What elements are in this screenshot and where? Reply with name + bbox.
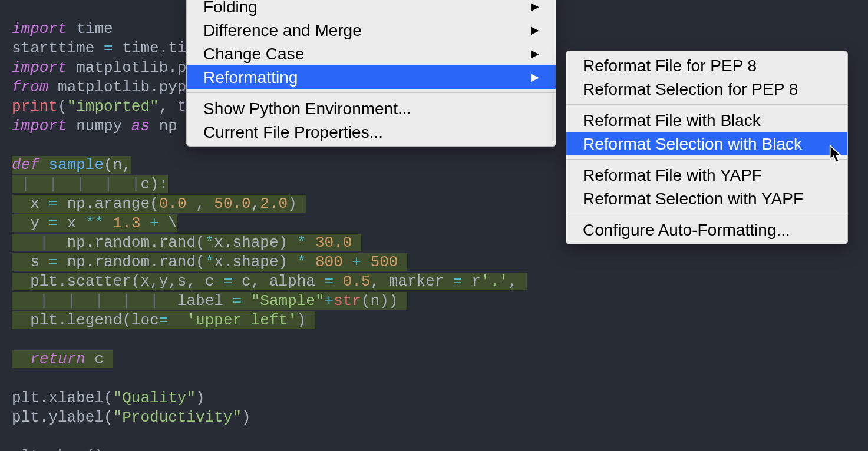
menu-item-folding[interactable]: Folding ▶ <box>187 0 556 18</box>
code-line-selected: s = np.random.rand(*x.shape) * 800 + 500 <box>12 253 407 271</box>
menu-item-label: Folding <box>203 0 258 16</box>
code-line-selected: def sample(n, <box>12 156 131 174</box>
context-menu: Folding ▶ Difference and Merge ▶ Change … <box>186 0 556 147</box>
code-line: from matplotlib.pyp <box>12 78 186 96</box>
submenu-arrow-icon: ▶ <box>531 0 539 16</box>
code-line: plt.ylabel("Productivity") <box>12 409 251 426</box>
menu-item-show-python-env[interactable]: Show Python Environment... <box>187 97 556 120</box>
menu-item-reformat-file-pep8[interactable]: Reformat File for PEP 8 <box>566 54 847 77</box>
code-line-selected: | np.random.rand(*x.shape) * 30.0 <box>12 234 361 251</box>
menu-item-file-properties[interactable]: Current File Properties... <box>187 120 556 144</box>
code-line: import time <box>12 20 113 38</box>
menu-item-reformat-selection-pep8[interactable]: Reformat Selection for PEP 8 <box>566 77 847 101</box>
menu-item-label: Reformat Selection with YAPF <box>583 189 803 208</box>
menu-item-reformat-selection-yapf[interactable]: Reformat Selection with YAPF <box>566 187 847 210</box>
reformatting-submenu: Reformat File for PEP 8 Reformat Selecti… <box>566 51 848 244</box>
menu-item-label: Reformat Selection with Black <box>583 134 802 154</box>
code-line-selected: | | | | |c): <box>12 175 168 193</box>
menu-item-label: Difference and Merge <box>203 21 362 40</box>
menu-item-label: Reformatting <box>203 68 298 87</box>
menu-item-label: Current File Properties... <box>203 122 383 142</box>
menu-item-reformat-file-yapf[interactable]: Reformat File with YAPF <box>566 163 847 187</box>
code-line: plt.xlabel("Quality") <box>12 389 205 407</box>
menu-item-reformat-file-black[interactable]: Reformat File with Black <box>566 108 847 132</box>
menu-separator <box>566 214 847 214</box>
menu-item-configure-auto-formatting[interactable]: Configure Auto-Formatting... <box>566 218 847 241</box>
menu-separator <box>187 92 556 93</box>
code-line: import matplotlib.p <box>12 59 186 77</box>
menu-item-label: Reformat File for PEP 8 <box>583 56 757 75</box>
code-line: import numpy as np <box>12 117 177 135</box>
menu-separator <box>566 104 847 105</box>
submenu-arrow-icon: ▶ <box>531 44 539 64</box>
submenu-arrow-icon: ▶ <box>531 21 539 40</box>
menu-item-change-case[interactable]: Change Case ▶ <box>187 42 556 65</box>
code-line-selected: x = np.arange(0.0 , 50.0,2.0) <box>12 195 306 213</box>
menu-item-label: Show Python Environment... <box>203 99 411 118</box>
menu-item-label: Reformat File with Black <box>583 111 761 130</box>
menu-item-label: Change Case <box>203 44 304 64</box>
menu-item-reformatting[interactable]: Reformatting ▶ <box>187 65 556 89</box>
menu-item-label: Reformat Selection for PEP 8 <box>583 79 798 99</box>
menu-separator <box>566 159 847 160</box>
code-line-selected: plt.legend(loc= 'upper left') <box>12 311 315 329</box>
code-line: starttime = time.ti <box>12 39 186 57</box>
code-line-selected: y = x ** 1.3 + \ <box>12 214 177 232</box>
code-line: print("imported", t <box>12 98 186 115</box>
code-line: plt.show() <box>12 447 104 451</box>
code-line-selected: return c <box>12 350 113 368</box>
menu-item-diff-merge[interactable]: Difference and Merge ▶ <box>187 18 556 42</box>
code-line-selected: plt.scatter(x,y,s, c = c, alpha = 0.5, m… <box>12 273 527 290</box>
code-line-selected: | | | | | label = "Sample"+str(n)) <box>12 292 407 310</box>
menu-item-label: Reformat File with YAPF <box>583 165 762 185</box>
blank-line <box>12 331 21 349</box>
menu-item-reformat-selection-black[interactable]: Reformat Selection with Black <box>566 132 847 155</box>
submenu-arrow-icon: ▶ <box>531 68 539 87</box>
menu-item-label: Configure Auto-Formatting... <box>583 220 790 240</box>
